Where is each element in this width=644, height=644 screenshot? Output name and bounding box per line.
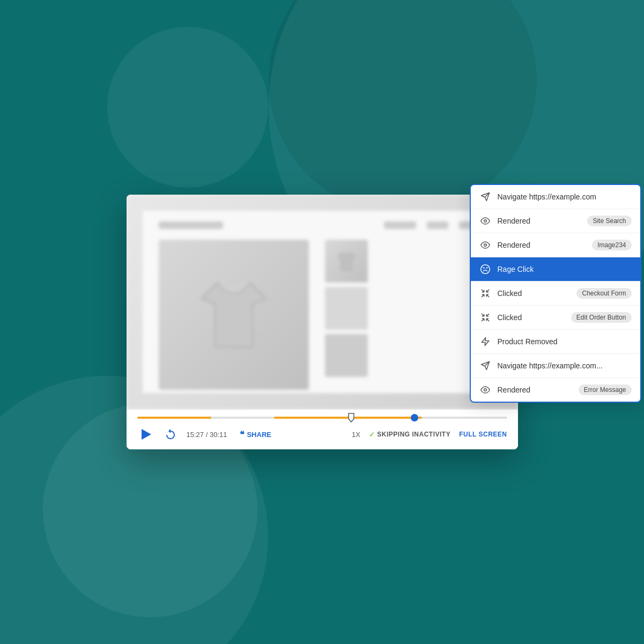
speed-value: 1X xyxy=(352,431,360,439)
fullscreen-button[interactable]: FULL SCREEN xyxy=(459,431,507,438)
event-label-rendered-3: Rendered xyxy=(498,386,572,394)
svg-point-4 xyxy=(480,265,490,274)
product-page xyxy=(143,211,502,393)
progress-handle[interactable] xyxy=(411,414,418,421)
event-badge-rendered-2: Image234 xyxy=(592,240,631,250)
bolt-icon xyxy=(479,336,491,347)
event-item-product-removed[interactable]: Product Removed xyxy=(471,330,640,354)
event-panel: Navigate https://example.comRenderedSite… xyxy=(470,184,641,403)
event-badge-clicked-2: Edit Order Button xyxy=(571,312,632,323)
replay-icon xyxy=(165,428,176,440)
event-marker[interactable] xyxy=(347,413,356,423)
eye-icon xyxy=(479,215,491,227)
event-item-rendered-1[interactable]: RenderedSite Search xyxy=(471,209,640,233)
bg-circle-5 xyxy=(269,0,537,214)
event-item-clicked-1[interactable]: ClickedCheckout Form xyxy=(471,282,640,306)
controls-buttons: 15:27 / 30:11 ❝ SHARE 1X ✓ SKIPPING INAC… xyxy=(137,426,507,443)
time-display: 15:27 / 30:11 xyxy=(187,431,227,439)
thumb-2 xyxy=(325,287,368,330)
eye-icon xyxy=(479,384,491,396)
rage-icon xyxy=(479,263,491,275)
eye-icon xyxy=(479,239,491,251)
video-area xyxy=(127,195,518,409)
thumb-3 xyxy=(325,334,368,377)
video-content xyxy=(127,195,518,409)
time-current: 15:27 xyxy=(187,431,204,439)
share-label: SHARE xyxy=(247,431,271,439)
svg-point-2 xyxy=(484,220,486,223)
event-label-clicked-2: Clicked xyxy=(498,313,565,322)
product-image-main xyxy=(159,240,309,390)
event-item-navigate-2[interactable]: Navigate https://example.com... xyxy=(471,354,640,378)
event-label-product-removed: Product Removed xyxy=(498,337,632,346)
skip-check-icon: ✓ xyxy=(369,431,375,439)
event-label-rendered-2: Rendered xyxy=(498,241,586,249)
controls-bar: 15:27 / 30:11 ❝ SHARE 1X ✓ SKIPPING INAC… xyxy=(127,409,518,449)
event-item-rendered-2[interactable]: RenderedImage234 xyxy=(471,233,640,257)
speed-indicator[interactable]: 1X xyxy=(352,431,360,439)
event-label-rage-click: Rage Click xyxy=(498,265,632,273)
product-thumbnails xyxy=(325,240,368,390)
product-main xyxy=(159,240,486,390)
event-label-navigate-1: Navigate https://example.com xyxy=(498,193,632,201)
header-bar-3 xyxy=(427,221,448,229)
bg-circle-4 xyxy=(107,27,268,188)
time-total: 30:11 xyxy=(210,431,227,439)
event-label-rendered-1: Rendered xyxy=(498,217,581,225)
fullscreen-label: FULL SCREEN xyxy=(459,431,507,438)
time-separator: / xyxy=(206,431,210,439)
click-icon xyxy=(479,312,491,323)
navigate-icon xyxy=(479,360,491,372)
product-header xyxy=(159,221,486,229)
header-bar-1 xyxy=(159,221,223,229)
replay-button[interactable] xyxy=(163,427,178,442)
event-item-navigate-1[interactable]: Navigate https://example.com xyxy=(471,185,640,209)
share-button[interactable]: ❝ SHARE xyxy=(240,430,271,440)
progress-bar[interactable] xyxy=(137,416,507,419)
tshirt-image xyxy=(186,267,282,363)
player-wrapper: 15:27 / 30:11 ❝ SHARE 1X ✓ SKIPPING INAC… xyxy=(127,195,518,449)
skip-inactivity-label: SKIPPING INACTIVITY xyxy=(377,431,450,438)
event-badge-rendered-1: Site Search xyxy=(587,216,631,226)
svg-marker-7 xyxy=(482,338,489,346)
event-item-rage-click[interactable]: Rage Click xyxy=(471,257,640,282)
skip-inactivity-button[interactable]: ✓ SKIPPING INACTIVITY xyxy=(369,431,450,439)
share-icon: ❝ xyxy=(240,430,245,440)
event-label-clicked-1: Clicked xyxy=(498,289,571,298)
event-item-clicked-2[interactable]: ClickedEdit Order Button xyxy=(471,306,640,330)
progress-yellow-1 xyxy=(137,417,211,419)
header-bar-2 xyxy=(384,221,416,229)
thumb-1 xyxy=(325,240,368,283)
event-item-rendered-3[interactable]: RenderedError Message xyxy=(471,378,640,402)
play-button[interactable] xyxy=(137,426,154,443)
play-triangle xyxy=(142,429,151,440)
svg-point-10 xyxy=(484,389,486,391)
event-badge-rendered-3: Error Message xyxy=(579,384,632,395)
svg-point-3 xyxy=(484,244,486,247)
event-label-navigate-2: Navigate https://example.com... xyxy=(498,361,632,370)
click-icon xyxy=(479,287,491,299)
event-badge-clicked-1: Checkout Form xyxy=(576,288,631,299)
navigate-icon xyxy=(479,191,491,203)
